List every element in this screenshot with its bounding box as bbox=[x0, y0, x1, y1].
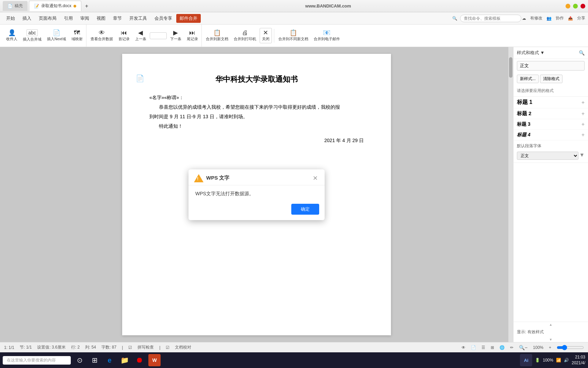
spell-check-label[interactable]: 拼写检查 bbox=[137, 344, 154, 350]
default-font-select[interactable]: 正文 bbox=[517, 152, 578, 160]
minimize-button[interactable] bbox=[566, 4, 570, 9]
status-wordcount: 字数: 87 bbox=[101, 344, 116, 350]
close-button[interactable] bbox=[581, 4, 585, 9]
spell-check-icon: ☑ bbox=[128, 345, 132, 350]
menu-devtools[interactable]: 开发工具 bbox=[126, 14, 150, 23]
first-record-button[interactable]: ⏮ 首记录 bbox=[116, 28, 132, 43]
scrollbar-thumb[interactable] bbox=[509, 57, 512, 78]
last-record-button[interactable]: ⏭ 尾记录 bbox=[185, 28, 200, 43]
toolbar-group-navigation: 👁 查看合并数据 ⏮ 首记录 ◀ 上一条 ▶ 下一条 ⏭ 尾记录 bbox=[87, 25, 202, 47]
area-map-button[interactable]: 🗺 域映射 bbox=[69, 28, 85, 43]
document-area[interactable]: 📄 华中科技大学录取通知书 «名字»«称谓»： 恭喜您以优异的成绩考入我校，希望… bbox=[0, 47, 513, 342]
style-h1-add[interactable]: + bbox=[582, 99, 585, 106]
has-changes-label[interactable]: 有修改 bbox=[530, 15, 542, 21]
style-item-h3[interactable]: 标题 3 + bbox=[513, 119, 588, 130]
recipient-button[interactable]: 👤 收件人 bbox=[4, 28, 19, 43]
ai-label: Ai bbox=[524, 358, 528, 363]
taskbar-right: Ai 🔋 100% 📶 🔊 21:03 2021/4/ bbox=[520, 354, 585, 366]
speaker-icon: 🔊 bbox=[564, 358, 569, 363]
prev-record-button[interactable]: ◀ 上一条 bbox=[133, 28, 148, 43]
ai-button[interactable]: Ai bbox=[520, 354, 532, 366]
merge-diff-label: 合并到不同新文档 bbox=[278, 36, 308, 42]
panel-spacer bbox=[513, 163, 588, 322]
merge-email-button[interactable]: 📧 合并到电子邮件 bbox=[312, 28, 342, 43]
battery-icon: 🔋 bbox=[535, 358, 540, 363]
recipient-icon: 👤 bbox=[8, 30, 16, 36]
next-record-button[interactable]: ▶ 下一条 bbox=[168, 28, 183, 43]
zoom-slider[interactable] bbox=[557, 345, 584, 350]
menu-mailmerge[interactable]: 邮件合并 bbox=[176, 14, 201, 23]
menu-references[interactable]: 引用 bbox=[61, 14, 76, 23]
taskbar-record-button[interactable]: ⏺ bbox=[133, 354, 146, 366]
menu-chapter[interactable]: 章节 bbox=[110, 14, 125, 23]
format-label: 请选择要应用的格式 bbox=[513, 85, 588, 97]
dialog-message: WPS文字无法打开数据源。 bbox=[195, 191, 254, 196]
menu-search-input[interactable] bbox=[460, 15, 521, 22]
title-bar: 📄 稿壳 📝 录取通知书.docx + www.BANDICAM.com bbox=[0, 0, 588, 12]
view-web-icon[interactable]: ⊞ bbox=[491, 345, 494, 350]
taskbar-search-box[interactable]: 在这里输入你要搜索的内容 bbox=[3, 356, 71, 365]
style-h4-add[interactable]: + bbox=[582, 132, 585, 138]
menu-review[interactable]: 审阅 bbox=[77, 14, 93, 23]
style-item-h1[interactable]: 标题 1 + bbox=[513, 97, 588, 108]
taskbar-wps-button[interactable]: W bbox=[148, 354, 161, 366]
merge-different-button[interactable]: 📋 合并到不同新文档 bbox=[276, 28, 310, 43]
clock: 21:03 2021/4/ bbox=[572, 354, 585, 366]
view-merge-button[interactable]: 👁 查看合并数据 bbox=[88, 28, 115, 43]
style-item-h2[interactable]: 标题 2 + bbox=[513, 108, 588, 119]
merge-diff-icon: 📋 bbox=[290, 30, 297, 36]
confirm-button[interactable]: 确定 bbox=[291, 204, 319, 215]
merge-close-button[interactable]: ✕ 关闭 bbox=[260, 28, 272, 43]
taskbar-start-button[interactable]: ⊙ bbox=[74, 354, 86, 366]
current-style-area: 正文 bbox=[513, 59, 588, 73]
view-normal-icon[interactable]: 📄 bbox=[471, 345, 476, 350]
style-h3-add[interactable]: + bbox=[582, 121, 585, 127]
share-label[interactable]: 分享 bbox=[577, 15, 585, 21]
font-menu-icon[interactable]: ▼ bbox=[579, 152, 585, 158]
scroll-down-arrow[interactable]: ▼ bbox=[513, 337, 588, 342]
clear-format-button[interactable]: 清除格式 bbox=[540, 75, 562, 83]
panel-title: 样式和格式 ▼ bbox=[517, 50, 544, 56]
merge-to-new-button[interactable]: 📋 合并到新文档 bbox=[204, 28, 230, 43]
menu-layout[interactable]: 页面布局 bbox=[35, 14, 60, 23]
new-style-button[interactable]: 新样式... bbox=[517, 75, 539, 83]
start-icon: ⊙ bbox=[77, 356, 83, 364]
menu-insert[interactable]: 插入 bbox=[19, 14, 35, 23]
scroll-up-arrow[interactable]: ▲ bbox=[513, 322, 588, 327]
view-globe-icon[interactable]: 🌐 bbox=[500, 345, 505, 350]
annotate-icon[interactable]: ✏ bbox=[510, 345, 513, 350]
menu-home[interactable]: 开始 bbox=[3, 14, 18, 23]
merge-to-printer-button[interactable]: 🖨 合并到打印机 bbox=[232, 28, 258, 43]
new-tab-button[interactable]: + bbox=[83, 2, 91, 11]
zoom-out-icon[interactable]: 🔍− bbox=[519, 345, 527, 350]
taskbar-multitask-button[interactable]: ⊞ bbox=[88, 354, 101, 366]
tab-gaoke[interactable]: 📄 稿壳 bbox=[3, 1, 28, 11]
record-input[interactable] bbox=[150, 32, 167, 39]
recipient-label: 收件人 bbox=[6, 36, 17, 42]
main-layout: 📄 华中科技大学录取通知书 «名字»«称谓»： 恭喜您以优异的成绩考入我校，希望… bbox=[0, 47, 588, 342]
collaborate-label[interactable]: 协作 bbox=[556, 15, 564, 21]
style-item-h4[interactable]: 标题 4 + bbox=[513, 130, 588, 140]
merge-email-label: 合并到电子邮件 bbox=[314, 36, 340, 42]
merge-new-label: 合并到新文档 bbox=[206, 36, 228, 42]
view-mode-text: 显示: 有效样式 bbox=[517, 329, 544, 334]
status-position: 设置值: 3.6厘米 bbox=[37, 344, 65, 350]
dialog-close-button[interactable]: ✕ bbox=[311, 174, 319, 182]
tab-document[interactable]: 📝 录取通知书.docx bbox=[29, 1, 81, 11]
panel-search-icon[interactable]: 🔍 bbox=[579, 50, 585, 56]
maximize-button[interactable] bbox=[573, 4, 578, 9]
cloud-icon: ☁ bbox=[522, 16, 526, 21]
doc-check-label[interactable]: 文档校对 bbox=[175, 344, 191, 350]
insert-field-button[interactable]: abc 插入合并域 bbox=[21, 28, 44, 43]
taskbar-explorer-button[interactable]: 📁 bbox=[118, 354, 131, 366]
doc-scrollbar[interactable] bbox=[508, 47, 513, 342]
view-list-icon[interactable]: ☰ bbox=[481, 345, 485, 350]
insert-next-button[interactable]: 📄 插入Next域 bbox=[45, 28, 68, 43]
menu-member[interactable]: 会员专享 bbox=[151, 14, 176, 23]
style-h2-add[interactable]: + bbox=[582, 111, 585, 117]
taskbar-edge-button[interactable]: e bbox=[103, 354, 116, 366]
warning-icon bbox=[194, 174, 203, 182]
menu-view[interactable]: 视图 bbox=[93, 14, 109, 23]
zoom-in-icon[interactable]: + bbox=[549, 345, 551, 350]
next-icon: ▶ bbox=[173, 30, 178, 36]
